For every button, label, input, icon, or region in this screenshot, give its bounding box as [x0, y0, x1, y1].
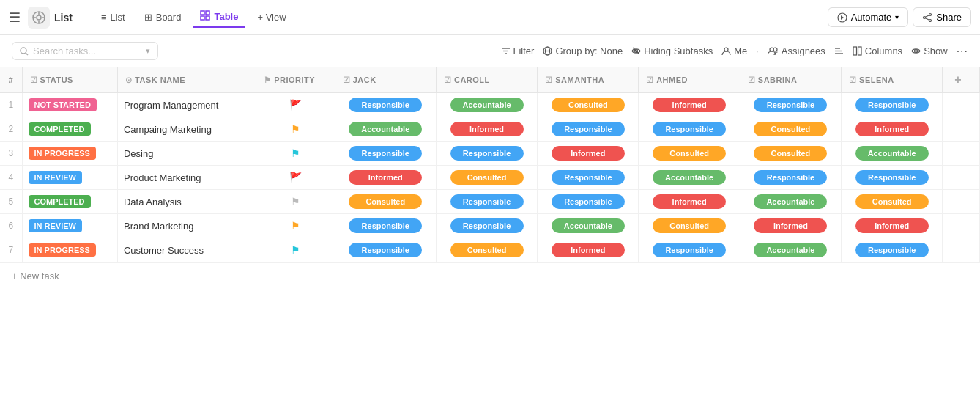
jack-role-badge: Consulted — [349, 194, 422, 209]
row-task-name: Product Marketing — [117, 166, 256, 190]
table-row: 3 IN PROGRESS Desing ⚑ Responsible Respo… — [0, 142, 980, 166]
row-status[interactable]: COMPLETED — [22, 190, 117, 214]
nav-board-btn[interactable]: ⊞ Board — [137, 8, 189, 26]
svg-point-28 — [773, 48, 777, 51]
row-status[interactable]: NOT STARTED — [22, 93, 117, 117]
columns-action[interactable]: Columns — [853, 45, 902, 56]
status-badge: COMPLETED — [29, 195, 91, 208]
nav-list-btn[interactable]: ≡ List — [94, 8, 133, 26]
add-task-button[interactable]: + New task — [0, 262, 980, 289]
row-samantha[interactable]: Responsible — [538, 166, 639, 190]
col-task: ⊙ Task Name — [117, 67, 256, 93]
row-selena[interactable]: Informed — [842, 117, 943, 142]
row-ahmed[interactable]: Informed — [639, 190, 740, 214]
row-samantha[interactable]: Accountable — [538, 214, 639, 238]
row-jack[interactable]: Informed — [335, 166, 436, 190]
more-action[interactable]: ··· — [957, 45, 968, 58]
table-view-icon — [200, 10, 210, 23]
row-sabrina[interactable]: Consulted — [740, 117, 841, 142]
row-ahmed[interactable]: Responsible — [639, 238, 740, 262]
row-caroll[interactable]: Consulted — [436, 238, 537, 262]
row-status[interactable]: IN PROGRESS — [22, 238, 117, 262]
share-button[interactable]: Share — [913, 7, 971, 27]
search-box[interactable]: Search tasks... ▾ — [12, 42, 158, 60]
svg-point-11 — [929, 13, 932, 15]
row-jack[interactable]: Responsible — [335, 238, 436, 262]
row-priority[interactable]: 🚩 — [256, 166, 335, 190]
row-priority[interactable]: ⚑ — [256, 142, 335, 166]
row-priority[interactable]: ⚑ — [256, 117, 335, 142]
automate-button[interactable]: Automate ▾ — [828, 7, 909, 27]
add-column-icon[interactable]: + — [950, 73, 966, 86]
search-dropdown-icon[interactable]: ▾ — [146, 46, 150, 56]
row-sabrina[interactable]: Informed — [740, 214, 841, 238]
row-ahmed[interactable]: Accountable — [639, 166, 740, 190]
row-samantha[interactable]: Informed — [538, 238, 639, 262]
nav-table-btn[interactable]: Table — [193, 7, 245, 28]
assignees-action[interactable]: Assignees — [768, 45, 825, 56]
row-samantha[interactable]: Responsible — [538, 190, 639, 214]
row-priority[interactable]: ⚑ — [256, 214, 335, 238]
row-sabrina[interactable]: Responsible — [740, 93, 841, 117]
group-action[interactable]: Group by: None — [543, 45, 623, 56]
me-action[interactable]: Me — [721, 45, 747, 56]
nav-view-btn[interactable]: + View — [250, 8, 293, 26]
row-samantha[interactable]: Responsible — [538, 117, 639, 142]
row-jack[interactable]: Responsible — [335, 214, 436, 238]
row-samantha[interactable]: Informed — [538, 142, 639, 166]
row-selena[interactable]: Accountable — [842, 142, 943, 166]
row-samantha[interactable]: Consulted — [538, 93, 639, 117]
row-sabrina[interactable]: Accountable — [740, 190, 841, 214]
row-num: 2 — [0, 117, 22, 142]
sort-action[interactable] — [834, 46, 844, 56]
status-badge: IN REVIEW — [29, 219, 82, 232]
row-caroll[interactable]: Accountable — [436, 93, 537, 117]
row-priority[interactable]: ⚑ — [256, 190, 335, 214]
row-jack[interactable]: Consulted — [335, 190, 436, 214]
hiding-action[interactable]: Hiding Subtasks — [631, 45, 713, 56]
col-caroll: ☑ Caroll — [436, 67, 537, 93]
row-num: 7 — [0, 238, 22, 262]
row-sabrina[interactable]: Responsible — [740, 166, 841, 190]
row-jack[interactable]: Responsible — [335, 93, 436, 117]
row-caroll[interactable]: Responsible — [436, 142, 537, 166]
row-jack[interactable]: Accountable — [335, 117, 436, 142]
status-badge: IN PROGRESS — [29, 147, 96, 160]
row-caroll[interactable]: Informed — [436, 117, 537, 142]
row-selena[interactable]: Responsible — [842, 166, 943, 190]
caroll-role-badge: Consulted — [450, 243, 524, 257]
toolbar-actions: Filter Group by: None Hiding Subtasks — [501, 45, 968, 58]
hamburger-icon[interactable]: ☰ — [9, 10, 21, 26]
row-status[interactable]: IN REVIEW — [22, 214, 117, 238]
filter-action[interactable]: Filter — [501, 45, 535, 56]
row-status[interactable]: IN PROGRESS — [22, 142, 117, 166]
row-sabrina[interactable]: Accountable — [740, 238, 841, 262]
row-priority[interactable]: ⚑ — [256, 238, 335, 262]
sabrina-col-icon: ☑ — [748, 76, 758, 84]
row-selena[interactable]: Responsible — [842, 238, 943, 262]
row-ahmed[interactable]: Consulted — [639, 142, 740, 166]
row-caroll[interactable]: Responsible — [436, 190, 537, 214]
row-selena[interactable]: Responsible — [842, 93, 943, 117]
row-status[interactable]: COMPLETED — [22, 117, 117, 142]
app-name: List — [54, 12, 73, 23]
status-badge: IN PROGRESS — [29, 243, 96, 257]
table-row: 6 IN REVIEW Brand Marketing ⚑ Responsibl… — [0, 214, 980, 238]
caroll-col-icon: ☑ — [444, 76, 454, 84]
row-status[interactable]: IN REVIEW — [22, 166, 117, 190]
row-selena[interactable]: Consulted — [842, 190, 943, 214]
row-selena[interactable]: Informed — [842, 214, 943, 238]
row-empty — [943, 190, 980, 214]
row-caroll[interactable]: Consulted — [436, 166, 537, 190]
priority-col-icon: ⚑ — [264, 76, 274, 84]
row-jack[interactable]: Responsible — [335, 142, 436, 166]
row-ahmed[interactable]: Informed — [639, 93, 740, 117]
assignees-label: Assignees — [782, 45, 825, 56]
col-add[interactable]: + — [943, 67, 980, 93]
row-sabrina[interactable]: Consulted — [740, 142, 841, 166]
row-priority[interactable]: 🚩 — [256, 93, 335, 117]
show-action[interactable]: Show — [911, 45, 948, 56]
row-caroll[interactable]: Responsible — [436, 214, 537, 238]
row-ahmed[interactable]: Consulted — [639, 214, 740, 238]
row-ahmed[interactable]: Responsible — [639, 117, 740, 142]
